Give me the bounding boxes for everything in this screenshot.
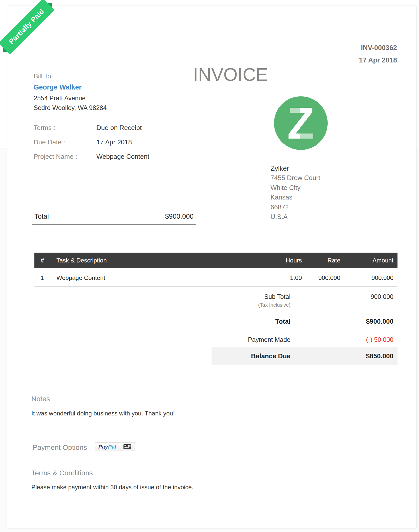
header-description: Task & Description	[50, 257, 266, 264]
detail-value: Due on Receipt	[96, 123, 142, 132]
invoice-title: INVOICE	[167, 65, 294, 84]
detail-value: Webpage Content	[96, 152, 149, 161]
cell-index: 1	[34, 274, 50, 282]
notes-heading: Notes	[31, 394, 175, 404]
company-address-line: White City	[270, 183, 320, 193]
invoice-number: INV-000362	[359, 42, 397, 54]
totals-section: Sub Total 900.000 (Tax Inclusive) Total …	[212, 286, 397, 365]
terms-section: Terms & Conditions Please make payment w…	[31, 469, 193, 491]
bill-to-section: Bill To George Walker 2554 Pratt Avenue …	[34, 72, 107, 113]
items-table-header: # Task & Description Hours Rate Amount	[34, 253, 397, 268]
balance-due-row: Balance Due $850.000	[212, 347, 397, 365]
cell-rate: 900.000	[302, 274, 340, 282]
payment-options-heading: Payment Options	[33, 443, 87, 452]
subtotal-row: Sub Total 900.000	[212, 292, 397, 301]
cell-amount: 900.000	[340, 274, 397, 282]
total-label: Total	[212, 317, 290, 326]
payment-made-label: Payment Made	[212, 335, 290, 344]
header-hours: Hours	[266, 257, 302, 264]
company-address-section: Zylker 7455 Drew Court White City Kansas…	[270, 164, 320, 222]
header-index: #	[34, 257, 50, 264]
credit-card-icon[interactable]	[123, 444, 131, 449]
logo-letter: Z	[274, 96, 328, 150]
company-address-line: Kansas	[270, 192, 320, 202]
logo-sheen	[288, 108, 300, 115]
company-address-line: 7455 Drew Court	[270, 173, 320, 183]
payment-divider	[120, 444, 120, 449]
detail-value: 17 Apr 2018	[96, 138, 132, 147]
bill-to-label: Bill To	[34, 72, 107, 80]
table-row: 1 Webpage Content 1.00 900.000 900.000	[34, 268, 397, 287]
tax-inclusive-note: (Tax Inclusive)	[212, 302, 290, 308]
notes-body: It was wonderful doing business with you…	[31, 409, 175, 417]
terms-heading: Terms & Conditions	[31, 469, 193, 478]
detail-label: Terms :	[34, 123, 96, 132]
total-summary-label: Total	[34, 212, 49, 221]
total-row: Total $900.000	[212, 317, 397, 326]
status-badge: Partially Paid	[0, 0, 55, 55]
invoice-meta: INV-000362 17 Apr 2018	[359, 42, 397, 66]
cell-hours: 1.00	[266, 274, 302, 282]
company-address-line: U.S.A	[270, 212, 320, 222]
balance-due-label: Balance Due	[212, 352, 290, 360]
detail-label: Project Name :	[34, 152, 96, 161]
subtotal-label: Sub Total	[212, 292, 290, 301]
total-summary-value: $900.000	[165, 212, 194, 221]
invoice-page: INV-000362 17 Apr 2018 INVOICE Bill To G…	[7, 6, 416, 528]
payment-options-button[interactable]: PayPal	[95, 442, 135, 451]
header-amount: Amount	[340, 257, 397, 264]
status-ribbon: Partially Paid	[0, 0, 58, 58]
notes-section: Notes It was wonderful doing business wi…	[31, 394, 175, 417]
items-table: # Task & Description Hours Rate Amount 1…	[34, 253, 397, 287]
terms-body: Please make payment within 30 days of is…	[31, 483, 193, 491]
paypal-word-pal: Pal	[108, 444, 116, 450]
balance-due-value: $850.000	[290, 352, 397, 360]
paypal-logo[interactable]: PayPal	[98, 444, 116, 450]
detail-label: Due Date :	[34, 138, 96, 147]
detail-row-due-date: Due Date : 17 Apr 2018	[34, 138, 149, 147]
payment-made-row: Payment Made (-) 50.000	[212, 335, 397, 344]
customer-address-line: 2554 Pratt Avenue	[34, 94, 107, 103]
paypal-word-pay: Pay	[98, 444, 108, 450]
logo-sheen	[300, 133, 313, 140]
cell-description: Webpage Content	[50, 274, 266, 282]
detail-row-project: Project Name : Webpage Content	[34, 152, 149, 161]
customer-address-line: Sedro Woolley, WA 98284	[34, 103, 107, 113]
total-summary: Total $900.000	[32, 212, 196, 225]
customer-name-link[interactable]: George Walker	[34, 83, 107, 91]
subtotal-value: 900.000	[290, 292, 397, 301]
total-value: $900.000	[290, 317, 397, 326]
company-name: Zylker	[270, 164, 320, 173]
invoice-date: 17 Apr 2018	[359, 54, 397, 66]
payment-made-value: (-) 50.000	[290, 335, 397, 344]
header-rate: Rate	[302, 257, 340, 264]
company-logo-icon: Z	[274, 96, 328, 150]
company-address-line: 66872	[270, 202, 320, 212]
detail-row-terms: Terms : Due on Receipt	[34, 123, 149, 132]
invoice-details: Terms : Due on Receipt Due Date : 17 Apr…	[34, 123, 149, 166]
